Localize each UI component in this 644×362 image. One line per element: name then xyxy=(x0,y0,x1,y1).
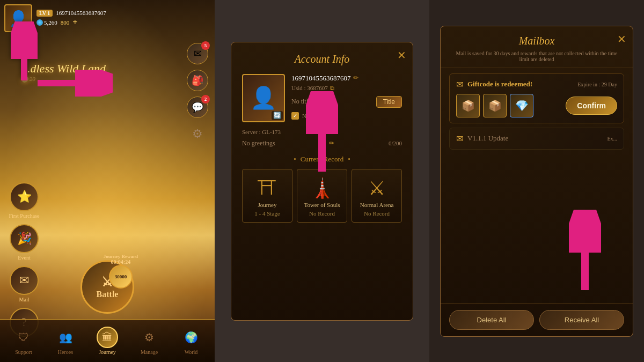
record-arena: ⚔ Normal Arena No Record xyxy=(352,169,402,223)
edit-username-icon[interactable]: ✏ xyxy=(353,74,358,82)
battle-area: ⚔ Battle Journey Reward 00:04:24 30000 xyxy=(80,260,134,314)
annotation-arrow-mid xyxy=(306,91,338,179)
reward-box-1: 📦 xyxy=(456,94,480,117)
heroes-icon: 👥 xyxy=(55,327,76,348)
confirm-button[interactable]: Confirm xyxy=(566,97,617,115)
world-icon: 🌍 xyxy=(180,327,202,348)
journey-reward-info: Journey Reward 00:04:24 30000 xyxy=(104,254,138,289)
mail-item-header: ✉ Giftcode is redeemed! Expire in : 29 D… xyxy=(456,79,617,90)
receive-all-button[interactable]: Receive All xyxy=(539,310,624,330)
account-avatar[interactable]: 👤 🔄 xyxy=(242,74,285,122)
mail-hud-button[interactable]: ✉ 5 xyxy=(187,43,208,64)
avatar-refresh-button[interactable]: 🔄 xyxy=(272,111,283,120)
nav-support[interactable]: 🛡 Support xyxy=(13,327,34,355)
account-username: 16971045563687607 ✏ xyxy=(291,74,402,83)
copy-uid-icon[interactable]: ⧉ xyxy=(330,85,334,92)
title-button[interactable]: Title xyxy=(376,96,402,108)
left-panel: 👤 LV 1 16971045563687607 5,260 800 + ...… xyxy=(0,0,215,362)
support-icon: 🛡 xyxy=(13,327,34,348)
char-count: 0/200 xyxy=(389,140,402,146)
level-badge: LV 1 xyxy=(36,10,53,17)
record-journey: ⛩ Journey 1 - 4 Stage xyxy=(242,169,292,223)
first-purchase-button[interactable]: ⭐ First Purchase xyxy=(5,182,43,219)
mail-envelope-icon: ✉ xyxy=(456,79,463,90)
annotation-arrow-right-panel xyxy=(569,210,601,298)
mail-badge: 5 xyxy=(201,41,210,50)
account-uid: Usid : 3687607 ⧉ xyxy=(291,85,402,92)
mailbox-close-button[interactable]: ✕ xyxy=(617,33,626,46)
nav-journey[interactable]: 🏛 Journey xyxy=(97,327,118,355)
nav-world[interactable]: 🌍 World xyxy=(180,327,202,355)
nav-heroes[interactable]: 👥 Heroes xyxy=(55,327,76,355)
gem-count: 5,260 xyxy=(36,19,57,26)
right-icons: ✉ 5 🎒 💬 2 ⚙ xyxy=(187,43,208,145)
mailbox-header: Mailbox Mail is saved for 30 days and re… xyxy=(441,26,633,68)
mail-rewards: 📦 📦 💎 Confirm xyxy=(456,94,617,117)
reward-box-2: 📦 xyxy=(483,94,507,117)
add-currency-button[interactable]: + xyxy=(72,18,77,27)
modal-title: Account Info xyxy=(242,53,402,65)
left-side-buttons: ⭐ First Purchase 🎉 Event ✉ Mail ? xyxy=(5,182,43,338)
account-modal: Account Info ✕ 👤 🔄 16971045563687607 ✏ U… xyxy=(231,42,413,321)
mailbox-subtitle: Mail is saved for 30 days and rewards th… xyxy=(451,50,622,62)
mailbox-modal: Mailbox Mail is saved for 30 days and re… xyxy=(440,26,633,337)
no-greeting: No greetings xyxy=(242,139,275,147)
mail-item-giftcode: ✉ Giftcode is redeemed! Expire in : 29 D… xyxy=(449,73,624,123)
mail-side-button[interactable]: ✉ Mail xyxy=(5,266,43,302)
mail-v1-subject: V1.1.1 Update xyxy=(467,134,508,143)
reward-box-3: 💎 xyxy=(510,94,533,117)
delete-all-button[interactable]: Delete All xyxy=(449,310,534,330)
mailbox-title: Mailbox xyxy=(451,35,622,47)
settings-hud-button[interactable]: ⚙ xyxy=(187,123,208,145)
mailbox-footer: Delete All Receive All xyxy=(441,303,633,336)
mail-subject: Giftcode is redeemed! xyxy=(467,80,573,88)
gold-count: 800 xyxy=(61,19,70,26)
mail-item-v1update: ✉ V1.1.1 Update Ex... xyxy=(449,128,624,150)
arena-record-icon: ⚔ xyxy=(355,175,398,202)
annotation-arrow-right xyxy=(32,70,113,99)
mail-list: ✉ Giftcode is redeemed! Expire in : 29 D… xyxy=(441,68,633,303)
nav-manage[interactable]: ⚙ Manage xyxy=(138,327,160,355)
mail-v1-expire: Ex... xyxy=(607,136,617,142)
chat-hud-button[interactable]: 💬 2 xyxy=(187,97,208,118)
bag-hud-button[interactable]: 🎒 xyxy=(187,70,208,91)
modal-close-button[interactable]: ✕ xyxy=(397,49,406,62)
journey-icon: 🏛 xyxy=(97,327,118,348)
chat-badge: 2 xyxy=(201,95,210,104)
player-id: 16971045563687607 xyxy=(56,10,106,16)
mail-v1-envelope-icon: ✉ xyxy=(456,134,463,144)
middle-panel: Account Info ✕ 👤 🔄 16971045563687607 ✏ U… xyxy=(215,0,429,362)
bottom-nav: 🛡 Support 👥 Heroes 🏛 Journey ⚙ Manage 🌍 … xyxy=(0,319,215,362)
event-button[interactable]: 🎉 Event xyxy=(5,224,43,261)
checkbox[interactable]: ✓ xyxy=(291,112,299,120)
player-info: LV 1 16971045563687607 5,260 800 + xyxy=(36,10,210,27)
mail-expire: Expire in : 29 Day xyxy=(577,82,617,87)
journey-record-icon: ⛩ xyxy=(246,175,289,202)
right-panel: Mailbox Mail is saved for 30 days and re… xyxy=(429,0,644,362)
battle-button[interactable]: ⚔ Battle Journey Reward 00:04:24 30000 xyxy=(80,260,134,314)
manage-icon: ⚙ xyxy=(138,327,160,348)
